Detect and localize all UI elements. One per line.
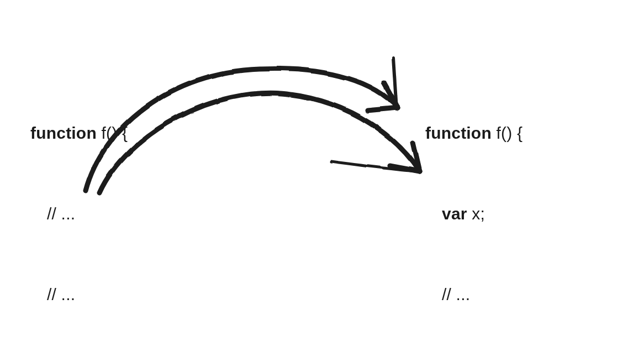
code-block-after: function f() { var x; // ... { x = /* ..… [425,66,530,362]
code-text: // ... [47,204,75,223]
keyword-var: var [442,204,467,223]
code-text: x; [467,204,485,223]
keyword-function: function [425,124,492,142]
code-line: // ... [30,281,165,308]
code-line: var x; [425,201,530,228]
code-text: f() { [492,124,522,142]
code-line: // ... [425,281,530,308]
code-block-before: function f() { // ... // ... { var x = /… [30,66,165,362]
keyword-function: function [30,124,97,142]
code-line: // ... [30,201,165,228]
code-text: // ... [47,285,75,303]
code-text: // ... [442,285,470,303]
code-text: f() { [97,124,128,142]
code-line: function f() { [425,120,530,147]
code-line: function f() { [30,120,165,147]
diagram-stage: function f() { // ... // ... { var x = /… [0,0,644,362]
